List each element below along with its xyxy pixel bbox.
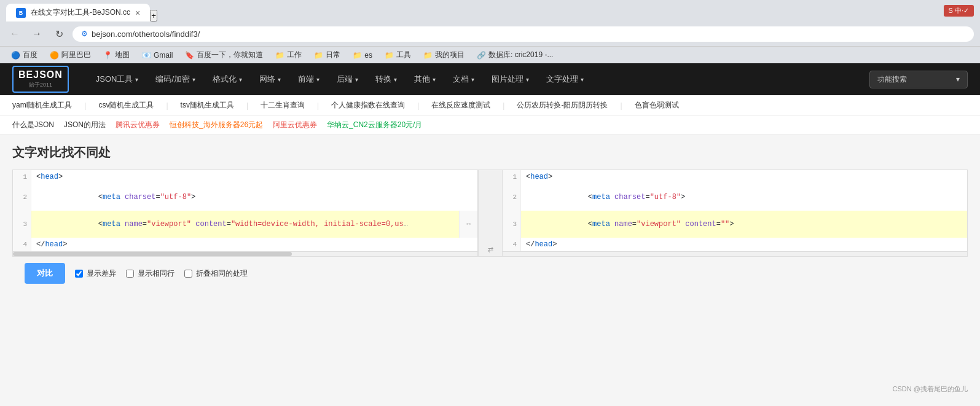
refresh-button[interactable]: ↻ [50, 25, 68, 42]
address-bar[interactable]: ⚙ bejson.com/othertools/finddif3/ [73, 26, 974, 42]
diff-container: 1 <head> 2 <meta charset="utf-8"> 3 [12, 170, 968, 257]
right-scroll[interactable] [503, 251, 967, 256]
bookmark-icon: 📁 [314, 51, 323, 60]
bookmark-icon: 📍 [103, 51, 112, 60]
diff-line: 2 <meta charset="utf-8"> [13, 184, 477, 211]
dropdown-arrow-icon: ▾ [526, 76, 529, 83]
link-tencent-coupon[interactable]: 腾讯云优惠券 [116, 120, 160, 130]
checkbox-show-same-label: 显示相同行 [138, 268, 174, 279]
checkbox-fold-same-label: 折叠相同的处理 [196, 268, 248, 279]
nav-convert[interactable]: 转换 ▾ [367, 63, 406, 95]
browser-tab[interactable]: B 在线文字对比工具-BeJSON.cc × [6, 4, 150, 21]
search-box[interactable]: 功能搜索 ▾ [869, 71, 968, 88]
nav-network[interactable]: 网络 ▾ [251, 63, 289, 95]
line-number: 1 [13, 170, 31, 184]
bookmark-myproject[interactable]: 📁 我的项目 [418, 49, 469, 61]
nav-format[interactable]: 格式化 ▾ [204, 63, 251, 95]
left-diff-panel[interactable]: 1 <head> 2 <meta charset="utf-8"> 3 [13, 170, 478, 256]
bookmark-alibaba[interactable]: 🟠 阿里巴巴 [45, 49, 96, 61]
bookmark-baidu-search[interactable]: 🔖 百度一下，你就知道 [180, 49, 268, 61]
nav-docs-label: 文档 [453, 74, 469, 85]
checkbox-show-diff-input[interactable] [75, 270, 83, 278]
dropdown-arrow-icon: ▾ [135, 76, 138, 83]
compare-button[interactable]: 对比 [25, 263, 65, 284]
secondary-nav-item[interactable]: tsv随机生成工具 [181, 100, 234, 111]
nav-docs[interactable]: 文档 ▾ [444, 63, 483, 95]
separator: | [246, 101, 248, 110]
forward-button[interactable]: → [28, 25, 45, 42]
nav-text[interactable]: 文字处理 ▾ [538, 63, 592, 95]
secondary-nav-item[interactable]: 公历农历转换-阳历阴历转换 [517, 100, 608, 111]
secondary-nav-item[interactable]: csv随机生成工具 [98, 100, 154, 111]
site-logo[interactable]: BEJSON 始于2011 [12, 66, 69, 93]
link-what-is-json[interactable]: 什么是JSON [12, 120, 54, 130]
sep-arrows-icon: ⇄ [485, 243, 496, 256]
checkbox-fold-same-input[interactable] [184, 270, 192, 278]
nav-frontend[interactable]: 前端 ▾ [289, 63, 328, 95]
nav-image[interactable]: 图片处理 ▾ [483, 63, 538, 95]
bookmark-icon: 📁 [423, 51, 433, 60]
bookmark-db[interactable]: 🔗 数据库: cric2019 -... [472, 49, 558, 61]
nav-frontend-label: 前端 [298, 74, 314, 85]
nav-format-label: 格式化 [213, 74, 237, 85]
separator: | [84, 101, 86, 110]
left-diff-lines: 1 <head> 2 <meta charset="utf-8"> 3 [13, 170, 477, 251]
links-bar: 什么是JSON JSON的用法 腾讯云优惠券 恒创科技_海外服务器26元起 阿里… [0, 116, 980, 135]
nav-network-label: 网络 [259, 74, 275, 85]
secondary-nav-item[interactable]: yaml随机生成工具 [12, 100, 72, 111]
bookmark-es[interactable]: 📁 es [348, 50, 377, 61]
bookmark-icon: 📁 [385, 51, 394, 60]
line-content: <head> [521, 170, 967, 184]
dropdown-arrow-icon: ▾ [278, 76, 281, 83]
back-button[interactable]: ← [6, 25, 23, 42]
tab-close-button[interactable]: × [135, 8, 140, 18]
nav-json-tools[interactable]: JSON工具 ▾ [87, 63, 147, 95]
nav-encode[interactable]: 编码/加密 ▾ [147, 63, 204, 95]
bookmark-tools[interactable]: 📁 工具 [380, 49, 416, 61]
checkbox-fold-same[interactable]: 折叠相同的处理 [184, 268, 248, 279]
protocol-icon: ⚙ [81, 29, 88, 38]
secondary-nav-item[interactable]: 个人健康指数在线查询 [331, 100, 405, 111]
secondary-nav: yaml随机生成工具 | csv随机生成工具 | tsv随机生成工具 | 十二生… [0, 95, 980, 116]
line-content: </head> [31, 238, 477, 251]
checkbox-show-diff[interactable]: 显示差异 [75, 268, 116, 279]
bookmark-icon: 📁 [353, 51, 362, 60]
diff-line: 3 <meta name="viewport" content=""> [503, 211, 967, 238]
nav-text-label: 文字处理 [546, 74, 578, 85]
link-json-usage[interactable]: JSON的用法 [64, 120, 106, 130]
diff-line: 4 </head> [503, 238, 967, 251]
link-huaner-cloud[interactable]: 华纳云_CN2云服务器20元/月 [327, 120, 422, 130]
secondary-nav-item[interactable]: 色盲色弱测试 [635, 100, 679, 111]
logo-sub: 始于2011 [18, 81, 63, 89]
left-scroll[interactable] [13, 251, 477, 256]
line-number: 3 [13, 211, 31, 238]
checkbox-show-same[interactable]: 显示相同行 [126, 268, 174, 279]
bookmark-baidu[interactable]: 🔵 百度 [6, 49, 42, 61]
link-aliyun-coupon[interactable]: 阿里云优惠券 [273, 120, 317, 130]
bookmark-daily[interactable]: 📁 日常 [309, 49, 345, 61]
nav-other-label: 其他 [414, 74, 430, 85]
bookmark-icon: 🔖 [185, 51, 194, 60]
bookmark-label: 百度 [23, 50, 37, 60]
site-nav: BEJSON 始于2011 JSON工具 ▾ 编码/加密 ▾ 格式化 ▾ 网络 … [0, 63, 980, 95]
secondary-nav-item[interactable]: 在线反应速度测试 [431, 100, 490, 111]
right-diff-panel[interactable]: 1 <head> 2 <meta charset="utf-8"> 3 [503, 170, 967, 256]
bookmark-label: 数据库: cric2019 -... [488, 50, 553, 60]
secondary-nav-item[interactable]: 十二生肖查询 [261, 100, 305, 111]
checkbox-show-diff-label: 显示差异 [87, 268, 116, 279]
bookmark-icon: 🔵 [11, 51, 20, 60]
bookmark-label: Gmail [154, 51, 173, 60]
bookmark-work[interactable]: 📁 工作 [270, 49, 307, 61]
bookmark-map[interactable]: 📍 地图 [98, 49, 135, 61]
bookmark-label: 百度一下，你就知道 [197, 50, 263, 60]
bookmark-gmail[interactable]: 📧 Gmail [137, 50, 178, 61]
logo-text: BEJSON [18, 69, 63, 80]
new-tab-button[interactable]: + [150, 10, 157, 21]
nav-other[interactable]: 其他 ▾ [406, 63, 444, 95]
line-number: 3 [503, 211, 521, 238]
tab-title: 在线文字对比工具-BeJSON.cc [31, 7, 130, 18]
nav-backend[interactable]: 后端 ▾ [328, 63, 367, 95]
bookmark-label: 工具 [396, 50, 411, 60]
link-hengchuang[interactable]: 恒创科技_海外服务器26元起 [170, 120, 263, 130]
checkbox-show-same-input[interactable] [126, 270, 134, 278]
